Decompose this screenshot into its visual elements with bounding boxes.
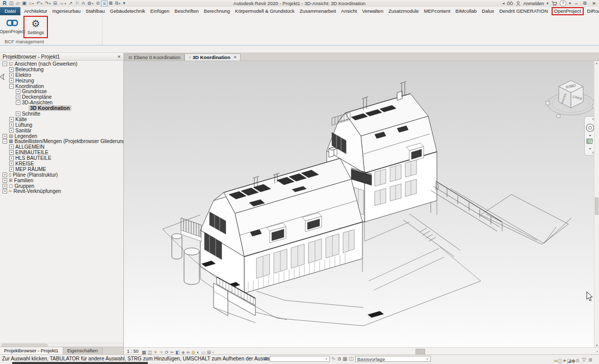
- expand-icon[interactable]: +: [9, 167, 14, 172]
- thin-lines-icon[interactable]: ≡: [101, 1, 107, 7]
- tree-item-deckenpläne[interactable]: +Deckenpläne: [0, 94, 123, 100]
- expand-icon[interactable]: −: [9, 84, 14, 89]
- ribbon-tab-einfügen[interactable]: Einfügen: [148, 7, 172, 15]
- scroll-up-icon[interactable]: ▲: [594, 61, 599, 65]
- expand-icon[interactable]: +: [9, 156, 14, 160]
- tree-item-heizung[interactable]: +Heizung: [0, 78, 123, 83]
- minimize-button[interactable]: –: [574, 1, 579, 6]
- ribbon-tab-openproject[interactable]: OpenProject: [552, 7, 584, 15]
- close-inactive-views-icon[interactable]: ⊠: [108, 0, 114, 7]
- ribbon-tab-mepcontent[interactable]: MEPcontent: [422, 7, 453, 15]
- background-processes-icon[interactable]: ⚙: [576, 358, 580, 363]
- ribbon-tab-zusatzmodule[interactable]: Zusatzmodule: [386, 7, 422, 15]
- tree-item-schnitte[interactable]: +Schnitte: [0, 111, 123, 117]
- expand-icon[interactable]: +: [9, 161, 14, 166]
- tree-item-grundrisse[interactable]: +Grundrisse: [0, 89, 123, 94]
- new-window-icon[interactable]: ◫: [8, 0, 15, 7]
- home-view-icon[interactable]: ⌂▾: [28, 0, 35, 7]
- main-model-icon[interactable]: ◫: [349, 355, 353, 362]
- expand-icon[interactable]: +: [3, 134, 7, 138]
- measure-icon[interactable]: ↔▾: [58, 0, 67, 7]
- select-underlay-elements-icon[interactable]: ◫: [558, 358, 562, 363]
- search-binoculars-icon[interactable]: [507, 1, 513, 6]
- tree-item-gruppen[interactable]: +▢Gruppen: [0, 183, 123, 189]
- tree-item-pläne-planstruktur[interactable]: +▯Pläne (Planstruktur): [0, 172, 123, 178]
- vertical-scrollbar[interactable]: ▲ ▼: [594, 61, 599, 348]
- expand-icon[interactable]: −: [3, 62, 7, 66]
- sign-in-button[interactable]: Anmelden: [523, 1, 544, 6]
- section-icon[interactable]: ⊘: [95, 0, 101, 7]
- undo-icon[interactable]: ↶▾: [35, 0, 44, 7]
- switch-windows-icon[interactable]: ⧉▾: [114, 0, 121, 7]
- tab-projektbrowser[interactable]: Projektbrowser - Projekt1: [0, 347, 63, 355]
- expand-icon[interactable]: +: [3, 184, 7, 188]
- tree-item-3d-koordination[interactable]: 3D Koordination: [0, 105, 123, 111]
- ribbon-tab-gebäudetechnik[interactable]: Gebäudetechnik: [108, 7, 148, 15]
- tree-item-3d-ansichten[interactable]: −3D-Ansichten: [0, 100, 123, 105]
- expand-icon[interactable]: +: [3, 173, 7, 177]
- ribbon-tab-berechnung[interactable]: Berechnung: [201, 7, 232, 15]
- scale-indicator[interactable]: 1 : 50: [127, 349, 139, 354]
- filter-icon[interactable]: ▽: [582, 356, 586, 363]
- openproject-button[interactable]: OpenProject: [1, 16, 23, 38]
- select-pinned-elements-icon[interactable]: ✦: [562, 358, 566, 363]
- help-dropdown-icon[interactable]: ▾: [569, 1, 571, 6]
- ribbon-tab-diroots[interactable]: DiRoots: [585, 7, 599, 15]
- horizontal-scrollbar-thumb[interactable]: [415, 349, 425, 354]
- restore-button[interactable]: ⧉: [582, 1, 588, 6]
- default-3d-view-icon[interactable]: ◍▾: [86, 0, 95, 7]
- text-icon[interactable]: A: [81, 0, 86, 7]
- ribbon-tab-datei[interactable]: Datei: [0, 7, 20, 15]
- tree-item-hls-bauteile[interactable]: +HLS BAUTEILE: [0, 155, 123, 161]
- customize-quick-access-toolbar-icon[interactable]: ▾: [122, 0, 127, 7]
- tree-item-kälte[interactable]: +Kälte: [0, 117, 123, 122]
- expand-icon[interactable]: +: [9, 73, 14, 77]
- tree-item-allgemein[interactable]: +ALLGEMEIN: [0, 144, 123, 150]
- expand-icon[interactable]: +: [16, 111, 20, 116]
- tree-item-ansichten-nach-gewerken[interactable]: −◱Ansichten (nach Gewerken): [0, 61, 123, 67]
- tree-item-kreise[interactable]: +KREISE: [0, 161, 123, 166]
- ribbon-tab-dalux[interactable]: Dalux: [479, 7, 497, 15]
- select-links-icon[interactable]: ∞: [554, 358, 558, 363]
- help-button[interactable]: ?: [560, 0, 566, 7]
- tree-item-bauteillisten-mengen-projektbrowser-gliederung[interactable]: −▦Bauteillisten/Mengen (Projektbrowser G…: [0, 138, 123, 144]
- user-icon[interactable]: [516, 1, 520, 6]
- open-icon[interactable]: ▱: [15, 0, 21, 7]
- expand-icon[interactable]: −: [3, 139, 7, 144]
- scrollbar-thumb[interactable]: [595, 198, 598, 215]
- ribbon-tab-zusammenarbeit[interactable]: Zusammenarbeit: [297, 7, 338, 15]
- worksets-icon[interactable]: ⚙: [264, 355, 268, 362]
- expand-icon[interactable]: +: [9, 123, 14, 127]
- print-icon[interactable]: ⊟: [52, 0, 59, 7]
- settings-button[interactable]: ⚙ Settings: [23, 16, 48, 38]
- ribbon-tab-körpermodell-grundstück[interactable]: Körpermodell & Grundstück: [232, 7, 297, 15]
- expand-icon[interactable]: +: [9, 128, 14, 133]
- ribbon-tab-ingenieurbau[interactable]: Ingenieurbau: [50, 7, 83, 15]
- tree-item-familien[interactable]: +⊞Familien: [0, 178, 123, 183]
- close-view-tab-icon[interactable]: ✕: [233, 55, 237, 60]
- close-icon[interactable]: ✕: [117, 54, 121, 59]
- ribbon-tab-beschriften[interactable]: Beschriften: [172, 7, 201, 15]
- expand-icon[interactable]: +: [16, 89, 20, 94]
- tag-by-category-icon[interactable]: ⚐: [74, 0, 81, 7]
- tree-item-koordination[interactable]: −Koordination: [0, 83, 123, 89]
- tree-item-sanitär[interactable]: +Sanitär: [0, 128, 123, 133]
- scroll-right-icon[interactable]: ›: [596, 348, 598, 354]
- store-cart-icon[interactable]: [551, 1, 557, 6]
- select-elements-by-face-icon[interactable]: ◪: [567, 358, 571, 363]
- ribbon-tab-stahlbau[interactable]: Stahlbau: [83, 7, 108, 15]
- search-collapse-icon[interactable]: ◂: [502, 1, 504, 6]
- save-icon[interactable]: ▣: [21, 0, 28, 7]
- expand-icon[interactable]: +: [9, 145, 14, 149]
- expand-icon[interactable]: +: [9, 78, 14, 83]
- expand-icon[interactable]: +: [3, 178, 7, 183]
- expand-icon[interactable]: +: [16, 95, 20, 99]
- aligned-dimension-icon[interactable]: ↗: [67, 0, 74, 7]
- tree-item-legenden[interactable]: +▤Legenden: [0, 133, 123, 139]
- drag-elements-on-selection-icon[interactable]: ◆: [571, 358, 576, 363]
- ribbon-tab-verwalten[interactable]: Verwalten: [359, 7, 386, 15]
- tree-item-mep-räume[interactable]: +MEP RÄUME: [0, 166, 123, 172]
- navigation-bar[interactable]: [584, 116, 594, 156]
- close-button[interactable]: ✕: [590, 1, 597, 6]
- expand-icon[interactable]: −: [16, 100, 20, 105]
